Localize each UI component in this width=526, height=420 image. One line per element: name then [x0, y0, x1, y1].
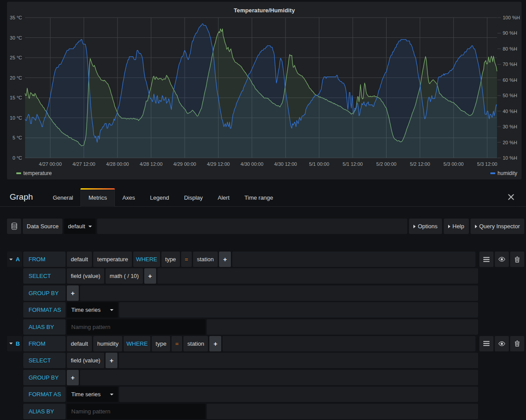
toolbar-filler — [97, 219, 407, 234]
where-keyword[interactable]: WHERE — [124, 336, 150, 351]
add-where-condition-button[interactable]: + — [209, 336, 221, 351]
x-axis-label: 5/3 12:00 — [477, 161, 497, 167]
tab-legend[interactable]: Legend — [142, 188, 176, 207]
editor-tabs: GeneralMetricsAxesLegendDisplayAlertTime… — [45, 188, 281, 207]
from-segment-temperature[interactable]: temperature — [93, 252, 132, 267]
query-a-collapse-toggle[interactable]: A — [7, 252, 22, 267]
query-menu-button[interactable] — [479, 252, 493, 267]
datasource-value: default — [68, 223, 85, 230]
query-b-collapse-toggle[interactable]: B — [7, 336, 22, 351]
left-axis-label: 0 °C — [12, 155, 22, 161]
caret-down-icon — [110, 394, 113, 395]
tab-alert[interactable]: Alert — [210, 188, 237, 207]
x-axis-label: 5/2 12:00 — [410, 161, 430, 167]
query-delete-button[interactable] — [510, 336, 524, 351]
tab-general[interactable]: General — [45, 188, 80, 207]
options-button[interactable]: Options — [409, 219, 442, 234]
datasource-select[interactable]: default — [64, 219, 95, 234]
add-where-condition-button[interactable]: + — [219, 252, 231, 267]
x-axis-label: 5/1 12:00 — [343, 161, 363, 167]
add-group-by-button[interactable]: + — [67, 285, 79, 301]
query-toggle-visibility-button[interactable] — [495, 252, 509, 267]
from-segment-humidity[interactable]: humidity — [93, 336, 122, 351]
row-filler — [223, 336, 475, 351]
tab-time-range[interactable]: Time range — [237, 188, 281, 207]
chevron-down-icon — [9, 343, 13, 344]
query-menu-button[interactable] — [479, 336, 493, 351]
where-tag-value[interactable]: station — [183, 336, 208, 351]
tab-axes[interactable]: Axes — [115, 188, 142, 207]
right-axis-label: 80 %H — [503, 46, 517, 51]
select-segment[interactable]: field (value) — [67, 353, 104, 368]
query-editor-rows: AFROMdefaulttemperatureWHEREtype=station… — [7, 252, 526, 420]
format-as-select[interactable]: Time series — [67, 387, 118, 402]
left-axis-label: 5 °C — [12, 135, 22, 140]
where-operator[interactable]: = — [181, 252, 192, 267]
where-operator[interactable]: = — [172, 336, 182, 351]
row-filler — [119, 353, 478, 368]
spacer — [479, 285, 524, 301]
query-b-actions — [478, 336, 524, 351]
x-axis-label: 4/28 00:00 — [106, 161, 129, 167]
alias-by-input[interactable]: Naming pattern — [67, 319, 205, 335]
spacer — [479, 353, 524, 368]
spacer — [479, 302, 524, 318]
from-segment-default[interactable]: default — [67, 336, 92, 351]
add-select-button[interactable]: + — [106, 353, 117, 368]
legend-item-humidity[interactable]: humidity — [490, 170, 517, 176]
x-axis-label: 4/27 12:00 — [73, 161, 95, 167]
query-b-group-by-row: GROUP BY+ — [7, 370, 524, 385]
datasource-icon-cell — [7, 219, 21, 234]
where-tag-key[interactable]: type — [152, 336, 171, 351]
alias-by-placeholder: Naming pattern — [71, 408, 110, 415]
query-toggle-visibility-button[interactable] — [495, 336, 509, 351]
panel-editor-header: Graph GeneralMetricsAxesLegendDisplayAle… — [0, 188, 526, 207]
query-letter-a: A — [16, 256, 20, 263]
caret-right-icon — [475, 225, 477, 228]
tab-display[interactable]: Display — [176, 188, 210, 207]
legend-item-temperature[interactable]: temperature — [16, 170, 52, 176]
from-label: FROM — [23, 336, 66, 351]
panel-type-title: Graph — [10, 192, 33, 202]
where-keyword[interactable]: WHERE — [133, 252, 160, 267]
alias-by-label: ALIAS BY — [23, 319, 66, 335]
query-a-select-row: SELECTfield (value)math ( / 10)+ — [7, 268, 524, 284]
select-label: SELECT — [23, 268, 66, 284]
temperature-legend-label: temperature — [23, 170, 52, 176]
right-axis-label: 100 %H — [503, 15, 520, 20]
select-segment[interactable]: math ( / 10) — [106, 268, 142, 284]
datasource-label: Data Source — [23, 219, 62, 234]
tab-metrics[interactable]: Metrics — [80, 188, 115, 207]
database-icon — [11, 223, 18, 230]
humidity-legend-label: humidity — [497, 170, 517, 176]
add-group-by-button[interactable]: + — [67, 370, 79, 385]
where-tag-value[interactable]: station — [193, 252, 218, 267]
x-axis-label: 5/1 00:00 — [309, 161, 329, 167]
x-axis-label: 5/2 00:00 — [376, 161, 397, 167]
query-delete-button[interactable] — [510, 252, 524, 267]
group-by-label: GROUP BY — [23, 370, 66, 385]
spacer — [479, 319, 524, 335]
add-select-button[interactable]: + — [144, 268, 156, 284]
indent — [7, 404, 22, 419]
from-segment-default[interactable]: default — [67, 252, 92, 267]
help-button[interactable]: Help — [444, 219, 469, 234]
query-a-from-row: AFROMdefaulttemperatureWHEREtype=station… — [7, 252, 524, 267]
select-segment[interactable]: field (value) — [67, 268, 104, 284]
format-as-value: Time series — [71, 391, 101, 398]
query-inspector-button[interactable]: Query Inspector — [471, 219, 525, 234]
format-as-select[interactable]: Time series — [67, 302, 118, 318]
alias-by-input[interactable]: Naming pattern — [67, 404, 205, 419]
right-axis-label: 10 %H — [503, 155, 517, 161]
row-filler — [80, 370, 478, 385]
spacer — [479, 268, 524, 284]
query-inspector-button-label: Query Inspector — [479, 223, 520, 230]
x-axis-label: 5/3 00:00 — [443, 161, 464, 167]
caret-down-icon — [110, 309, 113, 311]
right-axis-label: 20 %H — [503, 140, 517, 145]
row-filler — [119, 302, 478, 318]
query-b-from-row: BFROMdefaulthumidityWHEREtype=station+ — [7, 336, 524, 351]
where-tag-key[interactable]: type — [161, 252, 180, 267]
query-b-select-row: SELECTfield (value)+ — [7, 353, 524, 368]
close-icon[interactable] — [508, 194, 514, 200]
